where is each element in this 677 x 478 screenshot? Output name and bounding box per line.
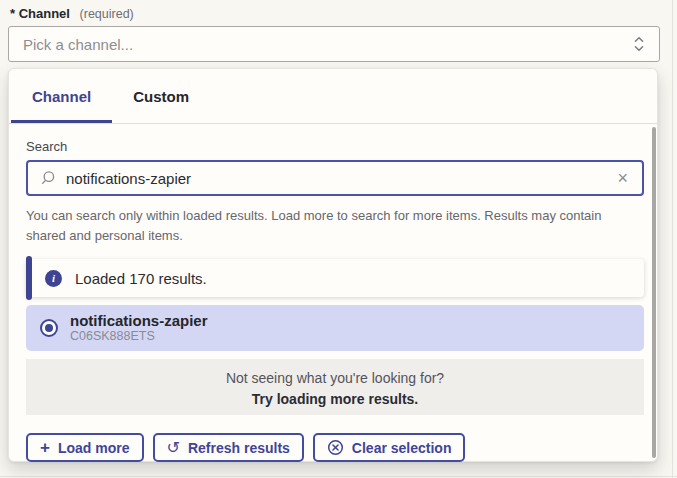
channel-option-selected[interactable]: notifications-zapier C06SK888ETS (26, 305, 644, 351)
dropdown-content: Search × You can search only within load… (26, 124, 644, 462)
tab-custom-label: Custom (133, 88, 189, 105)
tab-custom[interactable]: Custom (112, 69, 210, 123)
field-label-row: * Channel (required) (10, 6, 134, 21)
channel-dropdown-panel: Channel Custom Search × You can search o… (8, 68, 658, 462)
alert-text: Loaded 170 results. (75, 270, 207, 287)
load-more-hint-block: Not seeing what you're looking for? Try … (26, 359, 644, 415)
load-more-label: Load more (58, 440, 130, 456)
channel-option-texts: notifications-zapier C06SK888ETS (70, 312, 208, 344)
search-helper-text: You can search only within loaded result… (26, 206, 644, 246)
info-alert: i Loaded 170 results. (26, 259, 644, 297)
tab-channel[interactable]: Channel (11, 69, 112, 123)
field-label: * Channel (10, 6, 70, 21)
search-input-wrapper: × (26, 160, 644, 196)
search-input[interactable] (66, 170, 615, 187)
action-buttons-row: + Load more ↺ Refresh results Clear sele… (26, 433, 644, 462)
channel-select[interactable]: Pick a channel... (8, 26, 660, 62)
clear-selection-label: Clear selection (352, 440, 452, 456)
field-required-note: (required) (80, 7, 134, 21)
hint-question: Not seeing what you're looking for? (26, 369, 644, 388)
page-edge-right (672, 0, 673, 478)
refresh-results-label: Refresh results (188, 440, 290, 456)
load-more-button[interactable]: + Load more (26, 433, 144, 462)
refresh-results-button[interactable]: ↺ Refresh results (153, 433, 304, 462)
tab-channel-label: Channel (32, 88, 91, 105)
refresh-icon: ↺ (167, 440, 180, 456)
channel-option-id: C06SK888ETS (70, 329, 208, 344)
info-icon: i (45, 270, 62, 287)
channel-option-name: notifications-zapier (70, 312, 208, 329)
plus-icon: + (40, 439, 50, 456)
clear-selection-button[interactable]: Clear selection (313, 433, 466, 462)
search-icon (40, 170, 56, 186)
tabs: Channel Custom (11, 69, 210, 123)
clear-circle-icon (327, 439, 344, 456)
alert-accent-bar (26, 256, 32, 300)
search-label: Search (26, 139, 644, 154)
page-edge-bottom (0, 476, 677, 477)
close-icon[interactable]: × (615, 169, 630, 187)
sort-chevrons-icon (633, 35, 645, 53)
radio-selected-icon[interactable] (40, 319, 58, 337)
channel-picker-screen: * Channel (required) Pick a channel... C… (0, 0, 677, 478)
hint-try-loading-link[interactable]: Try loading more results. (26, 390, 644, 409)
radio-dot (45, 324, 53, 332)
scrollbar-thumb[interactable] (652, 127, 656, 458)
channel-select-placeholder: Pick a channel... (23, 36, 633, 53)
